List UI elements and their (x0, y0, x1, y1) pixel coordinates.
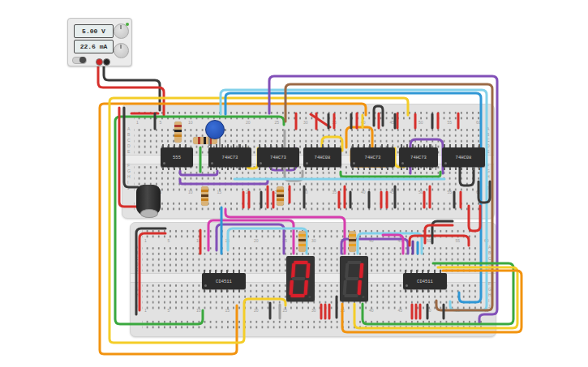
segment-group (285, 256, 316, 301)
segment-g (346, 277, 358, 280)
resistor-band (174, 125, 182, 127)
voltage-readout: 5.00 V (74, 24, 114, 38)
pin1-dot (406, 284, 408, 287)
resistor-band (298, 244, 306, 246)
segment-c (358, 280, 362, 295)
resistor[interactable] (174, 122, 182, 143)
segment-f (345, 263, 349, 278)
seven-segment-display-ones[interactable] (340, 256, 368, 301)
pin1-dot (353, 162, 355, 164)
electrolytic-capacitor[interactable] (136, 185, 161, 216)
segment-b (306, 263, 310, 278)
segment-group (338, 256, 370, 301)
decimal-point (308, 296, 311, 298)
resistor-band (277, 198, 284, 201)
seven-segment-display-tens[interactable] (286, 256, 315, 301)
negative-terminal[interactable] (103, 58, 110, 66)
segment-e (290, 280, 294, 295)
ic-555-timer[interactable]: 555 (161, 147, 193, 167)
power-led (126, 23, 129, 26)
resistor-band (204, 137, 206, 144)
wire[interactable] (311, 114, 330, 127)
ic-74hc08-1[interactable]: 74HC08 (303, 147, 341, 167)
segment-e (343, 280, 347, 295)
wire[interactable] (425, 225, 453, 243)
ic-cd4511-1[interactable]: CD4511 (202, 273, 246, 289)
resistor-band (277, 190, 284, 192)
pin1-dot (401, 162, 404, 164)
wire[interactable] (98, 58, 164, 115)
wire[interactable] (124, 108, 138, 187)
segment-b (359, 263, 363, 278)
segment-c (304, 280, 308, 295)
resistor-band (201, 194, 208, 197)
ic-label: 74HC73 (365, 155, 381, 160)
ceramic-capacitor[interactable] (205, 120, 225, 139)
ic-74hc73-1[interactable]: 74HC73 (208, 147, 251, 167)
wire[interactable] (180, 171, 217, 175)
ic-74hc08-2[interactable]: 74HC08 (442, 147, 485, 167)
ic-74hc73-2[interactable]: 74HC73 (257, 147, 299, 167)
ic-label: CD4511 (417, 279, 433, 284)
power-switch[interactable] (72, 57, 87, 64)
ic-label: CD4511 (216, 279, 232, 284)
resistor[interactable] (277, 186, 284, 206)
wire[interactable] (469, 206, 480, 231)
ic-label: 74HC73 (222, 155, 238, 160)
current-readout: 22.6 mA (74, 40, 114, 53)
resistor-band (349, 239, 356, 241)
pin1-dot (260, 162, 262, 164)
wire[interactable] (139, 233, 165, 310)
wire[interactable] (383, 235, 403, 254)
segment-g (292, 277, 305, 280)
segment-d (290, 294, 304, 297)
ic-label: 555 (173, 155, 181, 160)
ic-label: 74HC73 (410, 155, 427, 160)
resistor-band (198, 137, 200, 144)
ic-74hc73-3[interactable]: 74HC73 (350, 147, 395, 167)
ic-label: 74HC08 (456, 155, 472, 160)
pin1-dot (306, 162, 308, 164)
wire[interactable] (341, 172, 440, 177)
pin1-dot (204, 284, 207, 287)
current-knob[interactable] (114, 43, 129, 58)
resistor-band (201, 190, 208, 192)
resistor-band (349, 244, 356, 246)
segment-a (347, 261, 361, 264)
resistor-band (174, 130, 182, 132)
segment-f (291, 263, 295, 278)
pin1-dot (211, 162, 213, 164)
ic-cd4511-2[interactable]: CD4511 (403, 273, 447, 289)
positive-terminal[interactable] (96, 58, 103, 66)
power-supply[interactable]: 5.00 V 22.6 mA (67, 18, 132, 66)
resistor-band (298, 234, 306, 237)
resistor-band (277, 194, 284, 197)
resistor[interactable] (201, 186, 208, 206)
segment-d (344, 294, 358, 297)
pin1-dot (444, 162, 447, 164)
resistor-band (201, 198, 208, 201)
circuit-canvas: 1155101015152020252530303535404045455050… (0, 0, 588, 367)
segment-a (294, 261, 307, 264)
resistor[interactable] (349, 231, 356, 252)
resistor[interactable] (298, 231, 306, 252)
ic-74hc73-4[interactable]: 74HC73 (399, 147, 438, 167)
resistor-band (174, 134, 182, 137)
ic-label: 74HC08 (315, 155, 331, 160)
ic-label: 74HC73 (270, 155, 286, 160)
resistor-band (298, 239, 306, 241)
pin1-dot (163, 162, 165, 164)
resistor-band (349, 234, 356, 237)
decimal-point (362, 296, 364, 298)
